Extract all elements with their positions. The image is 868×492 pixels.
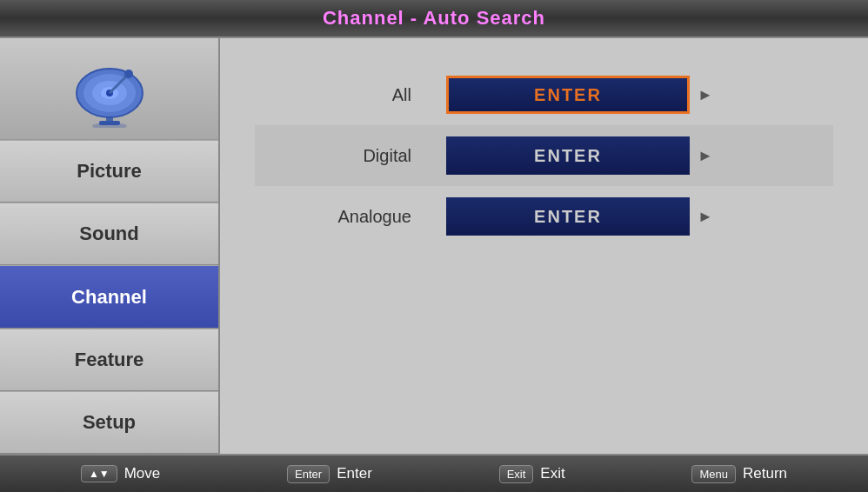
content-area: All ENTER ► Digital ENTER bbox=[220, 38, 868, 454]
status-enter: Enter Enter bbox=[287, 465, 372, 483]
row-label-all: All bbox=[255, 85, 446, 105]
status-bar: ▲▼ Move Enter Enter Exit Exit Menu Retur… bbox=[0, 454, 868, 492]
arrow-right-all: ► bbox=[697, 82, 714, 108]
exit-key-badge: Exit bbox=[499, 465, 534, 483]
row-label-analogue: Analogue bbox=[255, 207, 446, 227]
sidebar: Picture Sound Channel Feature Setup bbox=[0, 38, 220, 454]
row-analogue: Analogue ENTER ► bbox=[255, 186, 833, 247]
row-all: All ENTER ► bbox=[255, 64, 833, 125]
arrow-right-digital: ► bbox=[697, 143, 714, 169]
sidebar-logo bbox=[0, 38, 218, 140]
svg-point-2 bbox=[92, 123, 127, 128]
row-label-digital: Digital bbox=[255, 146, 446, 166]
row-digital: Digital ENTER ► bbox=[255, 125, 833, 186]
title-bar: Channel - Auto Search bbox=[0, 0, 868, 38]
content-rows: All ENTER ► Digital ENTER bbox=[255, 64, 833, 247]
status-exit: Exit Exit bbox=[499, 465, 565, 483]
menu-key-badge: Menu bbox=[691, 465, 736, 483]
status-move: ▲▼ Move bbox=[81, 465, 160, 482]
status-menu: Menu Return bbox=[691, 465, 787, 483]
sidebar-item-setup[interactable]: Setup bbox=[0, 391, 218, 454]
sidebar-item-picture[interactable]: Picture bbox=[0, 140, 218, 203]
enter-key-badge: Enter bbox=[287, 465, 330, 483]
satellite-dish-icon bbox=[66, 50, 153, 128]
move-key-badge: ▲▼ bbox=[81, 465, 117, 482]
sidebar-item-feature[interactable]: Feature bbox=[0, 329, 218, 391]
enter-button-digital[interactable]: ENTER bbox=[446, 136, 690, 175]
sidebar-item-channel[interactable]: Channel bbox=[0, 265, 218, 328]
sidebar-item-sound[interactable]: Sound bbox=[0, 203, 218, 265]
enter-button-all[interactable]: ENTER bbox=[446, 76, 690, 114]
svg-point-9 bbox=[124, 70, 133, 78]
arrow-right-analogue: ► bbox=[697, 203, 714, 229]
page-title: Channel - Auto Search bbox=[323, 7, 545, 29]
enter-button-analogue[interactable]: ENTER bbox=[446, 197, 690, 236]
